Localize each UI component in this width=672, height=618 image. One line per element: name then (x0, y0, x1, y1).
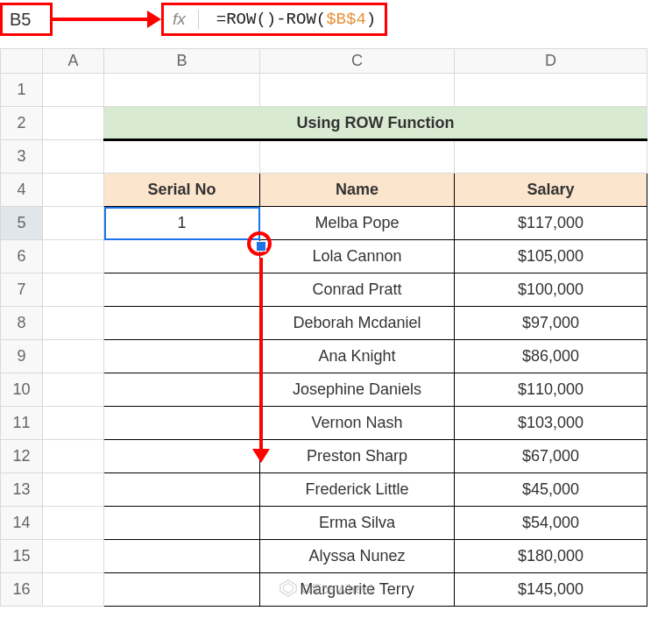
header-salary[interactable]: Salary (455, 174, 647, 207)
cell-name[interactable]: Preston Sharp (260, 440, 455, 473)
cell-serial[interactable] (104, 273, 260, 307)
row-5: 5 1 Melba Pope $117,000 (1, 207, 647, 240)
cell-serial[interactable] (104, 373, 260, 407)
cell[interactable] (260, 74, 455, 107)
cell-name[interactable]: Lola Cannon (260, 240, 455, 273)
cell[interactable] (43, 240, 104, 273)
header-name[interactable]: Name (260, 174, 455, 207)
cell-serial[interactable] (104, 573, 260, 607)
row-1: 1 (1, 74, 647, 107)
cell-name[interactable]: Josephine Daniels (260, 373, 455, 407)
fx-icon: fx (173, 10, 199, 29)
cell[interactable] (43, 174, 104, 207)
cell-salary[interactable]: $145,000 (455, 573, 647, 607)
cell[interactable] (43, 407, 104, 440)
select-all-corner[interactable] (1, 49, 43, 74)
cell[interactable] (43, 207, 104, 240)
col-header-D[interactable]: D (455, 49, 647, 74)
row-14: 14 Erma Silva $54,000 (1, 507, 647, 540)
cell-name[interactable]: Deborah Mcdaniel (260, 307, 455, 340)
cell-salary[interactable]: $86,000 (455, 340, 647, 373)
row-7: 7 Conrad Pratt $100,000 (1, 273, 647, 307)
row-header-16[interactable]: 16 (1, 573, 43, 607)
name-box[interactable]: B5 (0, 3, 53, 36)
row-header-12[interactable]: 12 (1, 440, 43, 473)
row-6: 6 Lola Cannon $105,000 (1, 240, 647, 273)
cell-salary[interactable]: $110,000 (455, 373, 647, 407)
row-3: 3 (1, 140, 647, 174)
row-10: 10 Josephine Daniels $110,000 (1, 373, 647, 407)
cell-name[interactable]: Vernon Nash (260, 407, 455, 440)
cell-name[interactable]: Conrad Pratt (260, 273, 455, 307)
cell[interactable] (455, 140, 647, 174)
cell-name[interactable]: Melba Pope (260, 207, 455, 240)
row-header-9[interactable]: 9 (1, 340, 43, 373)
row-16: 16 Marguerite Terry $145,000 (1, 573, 647, 607)
col-header-B[interactable]: B (104, 49, 260, 74)
cell[interactable] (43, 507, 104, 540)
cell[interactable] (43, 273, 104, 307)
cell-serial[interactable] (104, 473, 260, 507)
cell[interactable] (43, 74, 104, 107)
row-header-11[interactable]: 11 (1, 407, 43, 440)
cell[interactable] (455, 74, 647, 107)
cell-salary[interactable]: $100,000 (455, 273, 647, 307)
row-header-1[interactable]: 1 (1, 74, 43, 107)
formula-bar[interactable]: fx =ROW()-ROW($B$4) (161, 3, 387, 36)
cell-serial[interactable] (104, 240, 260, 273)
row-8: 8 Deborah Mcdaniel $97,000 (1, 307, 647, 340)
cell-name[interactable]: Alyssa Nunez (260, 540, 455, 573)
row-header-7[interactable]: 7 (1, 273, 43, 307)
cell[interactable] (43, 373, 104, 407)
cell-serial[interactable] (104, 407, 260, 440)
active-cell-ref: B5 (10, 10, 31, 30)
cell[interactable] (43, 140, 104, 174)
cell[interactable] (43, 440, 104, 473)
cell-serial[interactable] (104, 540, 260, 573)
row-header-13[interactable]: 13 (1, 473, 43, 507)
cell[interactable] (43, 307, 104, 340)
row-header-8[interactable]: 8 (1, 307, 43, 340)
cell-serial[interactable] (104, 507, 260, 540)
cell[interactable] (43, 473, 104, 507)
row-header-14[interactable]: 14 (1, 507, 43, 540)
cell[interactable] (43, 573, 104, 607)
cell-serial[interactable] (104, 307, 260, 340)
row-header-3[interactable]: 3 (1, 140, 43, 174)
cell[interactable] (43, 540, 104, 573)
col-header-C[interactable]: C (260, 49, 455, 74)
cell[interactable] (104, 74, 260, 107)
cell-salary[interactable]: $103,000 (455, 407, 647, 440)
cell-salary[interactable]: $117,000 (455, 207, 647, 240)
cell[interactable] (43, 107, 104, 140)
row-header-2[interactable]: 2 (1, 107, 43, 140)
cell-salary[interactable]: $105,000 (455, 240, 647, 273)
cell[interactable] (260, 140, 455, 174)
row-header-15[interactable]: 15 (1, 540, 43, 573)
column-header-row: A B C D (1, 49, 647, 74)
formula-bar-area: B5 fx =ROW()-ROW($B$4) (0, 0, 672, 39)
sheet-title[interactable]: Using ROW Function (104, 107, 647, 140)
cell-name[interactable]: Frederick Little (260, 473, 455, 507)
cell-salary[interactable]: $180,000 (455, 540, 647, 573)
cell-serial[interactable] (104, 340, 260, 373)
row-header-10[interactable]: 10 (1, 373, 43, 407)
spreadsheet-grid[interactable]: A B C D 1 2 Using ROW Function 3 4 Seria… (0, 48, 647, 607)
header-serial[interactable]: Serial No (104, 174, 260, 207)
row-header-6[interactable]: 6 (1, 240, 43, 273)
cell-name[interactable]: Erma Silva (260, 507, 455, 540)
cell-salary[interactable]: $67,000 (455, 440, 647, 473)
row-4: 4 Serial No Name Salary (1, 174, 647, 207)
cell-B5-selected[interactable]: 1 (104, 207, 260, 240)
cell-name[interactable]: Marguerite Terry (260, 573, 455, 607)
cell-salary[interactable]: $97,000 (455, 307, 647, 340)
col-header-A[interactable]: A (43, 49, 104, 74)
cell[interactable] (43, 340, 104, 373)
cell-serial[interactable] (104, 440, 260, 473)
cell-name[interactable]: Ana Knight (260, 340, 455, 373)
cell-salary[interactable]: $54,000 (455, 507, 647, 540)
cell-salary[interactable]: $45,000 (455, 473, 647, 507)
row-header-4[interactable]: 4 (1, 174, 43, 207)
cell[interactable] (104, 140, 260, 174)
row-header-5[interactable]: 5 (1, 207, 43, 240)
